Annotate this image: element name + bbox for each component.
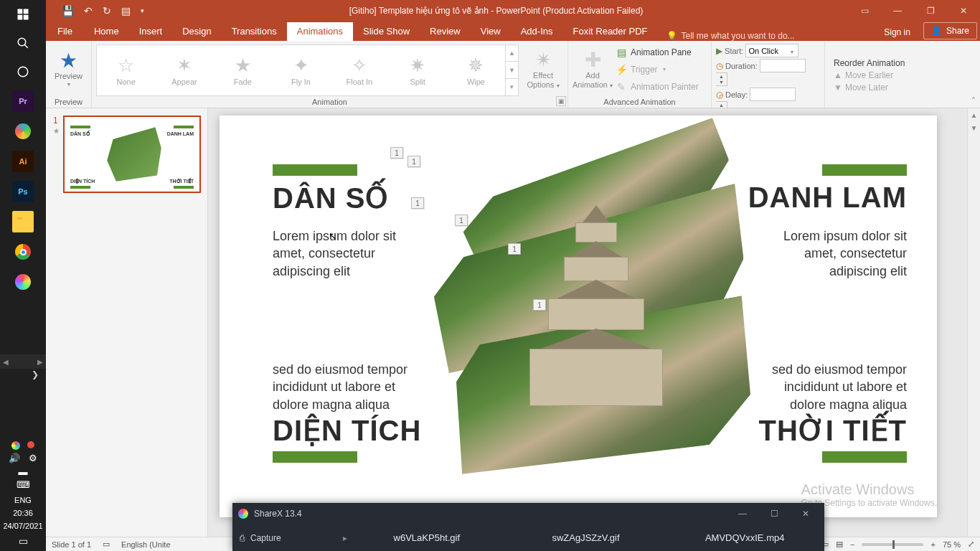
animation-tag[interactable]: 1: [533, 299, 546, 311]
slide-thumbnails-panel[interactable]: 1 ★ DÂN SỐ DANH LAM DIỆN TÍCH THỜI TIẾT: [46, 108, 208, 537]
tab-view[interactable]: View: [471, 22, 511, 41]
taskbar-app-photoshop[interactable]: Ps: [12, 181, 34, 202]
fit-to-window-icon[interactable]: ⤢: [968, 540, 974, 549]
animation-pane-button[interactable]: ▤Animation Pane: [616, 44, 699, 60]
effect-options-button[interactable]: ✴ Effect Options ▾: [523, 43, 563, 96]
vertical-scrollbar[interactable]: ▲ ▼: [967, 108, 980, 537]
trigger-button[interactable]: ⚡Trigger▾: [616, 62, 699, 77]
sharex-capture-menu[interactable]: ⎙ Capture ▸: [232, 533, 347, 543]
volume-icon[interactable]: 🔊: [9, 453, 20, 463]
sharex-window[interactable]: ShareX 13.4 — ☐ ✕ ⎙ Capture ▸ w6VLaKP5ht…: [232, 503, 824, 551]
tab-design[interactable]: Design: [172, 22, 221, 41]
wifi-icon[interactable]: ⚙: [29, 453, 37, 463]
save-icon[interactable]: 💾: [62, 5, 74, 17]
keyboard-icon[interactable]: ⌨: [17, 479, 30, 490]
undo-icon[interactable]: ↶: [84, 5, 93, 17]
body-bottom-right[interactable]: sed do eiusmod tempor incididunt ut labo…: [763, 361, 907, 413]
view-slideshow-icon[interactable]: ▤: [836, 540, 843, 549]
taskbar-app-explorer[interactable]: [12, 211, 34, 232]
start-button[interactable]: [0, 0, 46, 29]
sharex-maximize[interactable]: ☐: [761, 509, 787, 519]
language-indicator[interactable]: ENG: [14, 496, 32, 504]
effect-flyin[interactable]: ✦Fly In: [272, 55, 330, 86]
effect-wipe[interactable]: ✵Wipe: [447, 55, 505, 86]
duration-spinner[interactable]: ▲▼: [716, 72, 727, 86]
slide[interactable]: DÂN SỐ Lorem ipsum dolor sit amet, conse…: [220, 116, 937, 517]
sign-in-link[interactable]: Sign in: [874, 24, 920, 41]
duration-input[interactable]: [760, 59, 806, 72]
heading-top-right[interactable]: DANH LAM: [748, 182, 907, 214]
tell-me-search[interactable]: 💡Tell me what you want to do...: [658, 31, 875, 41]
tab-addins[interactable]: Add-Ins: [511, 22, 563, 41]
ribbon-display-options-icon[interactable]: ▭: [848, 0, 881, 21]
add-animation-button[interactable]: ✚ Add Animation ▾: [573, 43, 613, 96]
animation-tag[interactable]: 1: [455, 215, 468, 226]
body-top-left[interactable]: Lorem ipsum dolor sit amet, consectetur …: [273, 227, 416, 280]
effect-floatin[interactable]: ✧Float In: [330, 55, 388, 86]
taskbar-app-premiere[interactable]: Pr: [12, 90, 34, 112]
scroll-down[interactable]: ▼: [968, 121, 980, 134]
animation-tag[interactable]: 1: [407, 156, 420, 167]
heading-top-left[interactable]: DÂN SỐ: [273, 182, 388, 215]
tray-icon[interactable]: [27, 441, 34, 448]
gallery-more[interactable]: ▾: [506, 79, 518, 95]
animation-tag[interactable]: 1: [411, 197, 424, 209]
restore-button[interactable]: ❐: [914, 0, 947, 21]
tab-foxit[interactable]: Foxit Reader PDF: [562, 22, 657, 41]
tab-insert[interactable]: Insert: [129, 22, 173, 41]
tab-review[interactable]: Review: [420, 22, 471, 41]
body-top-right[interactable]: Lorem ipsum dolor sit amet, consectetur …: [763, 227, 907, 280]
effect-split[interactable]: ✷Split: [388, 55, 446, 86]
slide-canvas-area[interactable]: DÂN SỐ Lorem ipsum dolor sit amet, conse…: [208, 108, 967, 537]
center-image[interactable]: [420, 126, 750, 485]
tab-slideshow[interactable]: Slide Show: [353, 22, 420, 41]
gallery-up[interactable]: ▲: [506, 45, 518, 62]
tab-transitions[interactable]: Transitions: [222, 22, 287, 41]
tab-file[interactable]: File: [46, 22, 84, 41]
gallery-down[interactable]: ▼: [506, 62, 518, 79]
sharex-file[interactable]: AMVDQVxxIE.mp4: [665, 532, 824, 543]
taskbar-app-illustrator[interactable]: Ai: [12, 151, 34, 172]
sharex-close[interactable]: ✕: [793, 509, 819, 519]
sharex-file[interactable]: swZAgJSZzV.gif: [507, 532, 666, 543]
move-later-button[interactable]: ▼Move Later: [834, 83, 905, 93]
collapse-ribbon-icon[interactable]: ˄: [971, 96, 976, 106]
slide-indicator[interactable]: Slide 1 of 1: [52, 540, 91, 549]
zoom-slider[interactable]: [862, 543, 923, 546]
tab-animations[interactable]: Animations: [287, 22, 353, 41]
effect-none[interactable]: ☆None: [97, 55, 155, 86]
dialog-launcher-icon[interactable]: ▣: [556, 96, 566, 106]
effect-appear[interactable]: ✶Appear: [155, 55, 213, 86]
sharex-file[interactable]: w6VLaKP5ht.gif: [347, 532, 507, 543]
zoom-in-button[interactable]: +: [930, 540, 935, 549]
close-button[interactable]: ✕: [947, 0, 980, 21]
chevron-down-icon[interactable]: ▾: [791, 49, 793, 55]
clock-time[interactable]: 20:36: [13, 509, 33, 517]
action-center-icon[interactable]: ▭: [19, 535, 28, 547]
preview-button[interactable]: ★ Preview ▾: [50, 43, 87, 96]
move-earlier-button[interactable]: ▲Move Earlier: [834, 70, 905, 80]
scroll-up[interactable]: ▲: [968, 108, 980, 121]
clock-date[interactable]: 24/07/2021: [3, 522, 42, 530]
battery-icon[interactable]: ▬: [19, 466, 28, 477]
tab-home[interactable]: Home: [84, 22, 129, 41]
taskbar-app-chrome[interactable]: [12, 241, 34, 263]
delay-input[interactable]: [750, 88, 796, 101]
taskbar-app-edge[interactable]: [12, 121, 34, 142]
zoom-out-button[interactable]: −: [850, 540, 854, 549]
tray-icon[interactable]: [11, 441, 20, 450]
task-view-icon[interactable]: [0, 57, 46, 86]
taskbar-expand[interactable]: ❯: [0, 369, 46, 380]
language-indicator[interactable]: English (Unite: [121, 540, 170, 549]
redo-icon[interactable]: ↻: [103, 5, 111, 17]
slide-thumbnail-1[interactable]: DÂN SỐ DANH LAM DIỆN TÍCH THỜI TIẾT: [63, 116, 201, 193]
zoom-level[interactable]: 75 %: [943, 540, 961, 549]
search-icon[interactable]: [0, 29, 46, 57]
animation-gallery[interactable]: ☆None ✶Appear ★Fade ✦Fly In ✧Float In ✷S…: [96, 44, 519, 96]
animation-tag[interactable]: 1: [508, 243, 521, 255]
taskbar-scroll[interactable]: ◀▶: [0, 354, 46, 369]
sharex-minimize[interactable]: —: [730, 509, 755, 519]
animation-painter-button[interactable]: ✎Animation Painter: [616, 79, 699, 95]
effect-fade[interactable]: ★Fade: [214, 55, 272, 86]
minimize-button[interactable]: —: [881, 0, 914, 21]
